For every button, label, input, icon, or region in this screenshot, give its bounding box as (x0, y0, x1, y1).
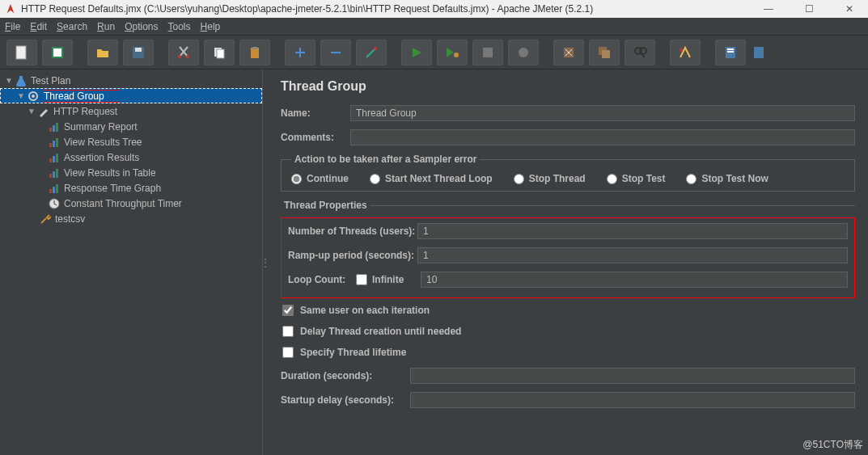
pipette-icon (37, 105, 50, 118)
titlebar: HTTP Request Defaults.jmx (C:\Users\yuha… (0, 0, 868, 18)
clear-all-button[interactable] (589, 40, 620, 65)
beaker-icon (15, 74, 28, 87)
svg-rect-28 (754, 47, 764, 58)
menu-tools[interactable]: Tools (168, 21, 191, 32)
highlight-box: Thread Group (43, 90, 120, 103)
start-no-pause-button[interactable] (437, 40, 468, 65)
tree-node-summary-report[interactable]: Summary Report (0, 119, 262, 134)
radio-start-next[interactable]: Start Next Thread Loop (370, 173, 493, 184)
svg-rect-41 (53, 171, 55, 178)
svg-rect-26 (727, 48, 734, 50)
node-label: View Results in Table (64, 167, 156, 179)
shutdown-button[interactable] (508, 40, 539, 65)
radio-stop-test-now[interactable]: Stop Test Now (686, 173, 768, 184)
paste-button[interactable] (239, 40, 270, 65)
svg-rect-0 (16, 46, 26, 59)
node-label: testcsv (55, 213, 85, 225)
ramp-up-label: Ramp-up period (seconds): (288, 250, 417, 261)
tree-node-assertion-results[interactable]: Assertion Results (0, 150, 262, 165)
tree-node-test-plan[interactable]: ▼ Test Plan (0, 73, 262, 88)
maximize-button[interactable]: ☐ (798, 1, 819, 17)
menu-options[interactable]: Options (125, 21, 158, 32)
cut-button[interactable] (168, 40, 199, 65)
radio-stop-thread[interactable]: Stop Thread (514, 173, 586, 184)
node-label: Response Time Graph (64, 183, 161, 194)
radio-continue[interactable]: Continue (291, 173, 349, 184)
tree-node-view-results-tree[interactable]: View Results Tree (0, 134, 262, 150)
highlight-box: Number of Threads (users): Ramp-up perio… (281, 217, 855, 298)
comments-input[interactable] (350, 129, 855, 145)
delay-thread-check[interactable]: Delay Thread creation until needed (282, 326, 855, 337)
svg-rect-20 (602, 50, 610, 58)
node-label: View Results Tree (64, 137, 142, 148)
gear-icon (27, 90, 40, 103)
svg-rect-8 (217, 49, 224, 58)
editor-panel: Thread Group Name: Comments: Action to b… (268, 70, 868, 455)
infinite-checkbox[interactable] (356, 274, 367, 285)
help-button[interactable] (715, 40, 746, 65)
collapse-button[interactable] (320, 40, 351, 65)
thread-properties-legend: Thread Properties (281, 200, 370, 211)
tree-node-response-time-graph[interactable]: Response Time Graph (0, 180, 262, 196)
svg-rect-2 (53, 48, 61, 57)
copy-button[interactable] (204, 40, 235, 65)
start-button[interactable] (401, 40, 432, 65)
startup-delay-input[interactable] (410, 392, 855, 408)
minimize-button[interactable]: — (758, 1, 779, 17)
wrench-icon (39, 213, 52, 225)
name-label: Name: (281, 107, 350, 119)
search-tree-button[interactable] (625, 40, 655, 65)
tree-node-thread-group[interactable]: ▼ Thread Group (0, 88, 262, 103)
num-threads-input[interactable] (417, 223, 848, 239)
tree-node-view-results-in-table[interactable]: View Results in Table (0, 165, 262, 180)
node-label: Summary Report (64, 121, 138, 133)
expand-button[interactable] (285, 40, 315, 65)
svg-rect-43 (49, 189, 52, 193)
specify-lifetime-check[interactable]: Specify Thread lifetime (282, 347, 855, 358)
menu-file[interactable]: File (5, 21, 20, 32)
save-button[interactable] (123, 40, 154, 65)
svg-point-15 (454, 53, 459, 57)
test-plan-tree[interactable]: ▼ Test Plan ▼ Thread Group ▼ HTTP Reques… (0, 70, 263, 455)
svg-rect-34 (49, 143, 52, 147)
toggle-button[interactable] (356, 40, 387, 65)
clear-button[interactable] (553, 40, 584, 65)
infinite-label: Infinite (372, 274, 404, 285)
toolbar (0, 36, 868, 70)
svg-rect-31 (49, 128, 52, 132)
function-helper-button[interactable] (670, 40, 701, 65)
tree-node-testcsv[interactable]: testcsv (0, 211, 262, 226)
svg-rect-35 (53, 141, 55, 147)
tree-node-constant-throughput-timer[interactable]: Constant Throughput Timer (0, 196, 262, 211)
chart-icon (48, 151, 61, 164)
duration-input[interactable] (410, 368, 855, 384)
svg-rect-39 (56, 154, 58, 162)
templates-button[interactable] (42, 40, 73, 65)
menu-search[interactable]: Search (57, 21, 87, 32)
open-button[interactable] (87, 40, 118, 65)
thread-properties-fieldset: Thread Properties Number of Threads (use… (281, 200, 855, 416)
comments-label: Comments: (281, 132, 350, 143)
node-label: Test Plan (31, 75, 70, 86)
ramp-up-input[interactable] (417, 247, 848, 263)
menu-edit[interactable]: Edit (30, 21, 47, 32)
sampler-error-fieldset: Action to be taken after a Sampler error… (281, 154, 855, 192)
same-user-check[interactable]: Same user on each iteration (282, 305, 855, 316)
svg-point-5 (178, 55, 181, 58)
menu-run[interactable]: Run (97, 21, 115, 32)
panel-heading: Thread Group (281, 79, 855, 94)
tree-node-http-request[interactable]: ▼ HTTP Request (0, 103, 262, 119)
stop-button[interactable] (472, 40, 503, 65)
chart-icon (48, 136, 61, 149)
radio-stop-test[interactable]: Stop Test (607, 173, 666, 184)
menu-help[interactable]: Help (201, 21, 221, 32)
loop-count-input[interactable] (421, 272, 848, 288)
help2-button[interactable] (751, 40, 767, 65)
svg-point-14 (374, 47, 377, 50)
svg-rect-36 (56, 138, 58, 147)
new-button[interactable] (6, 40, 37, 65)
sampler-error-legend: Action to be taken after a Sampler error (291, 154, 480, 165)
duration-label: Duration (seconds): (281, 370, 410, 381)
name-input[interactable] (350, 105, 855, 121)
close-button[interactable]: ✕ (839, 1, 860, 17)
